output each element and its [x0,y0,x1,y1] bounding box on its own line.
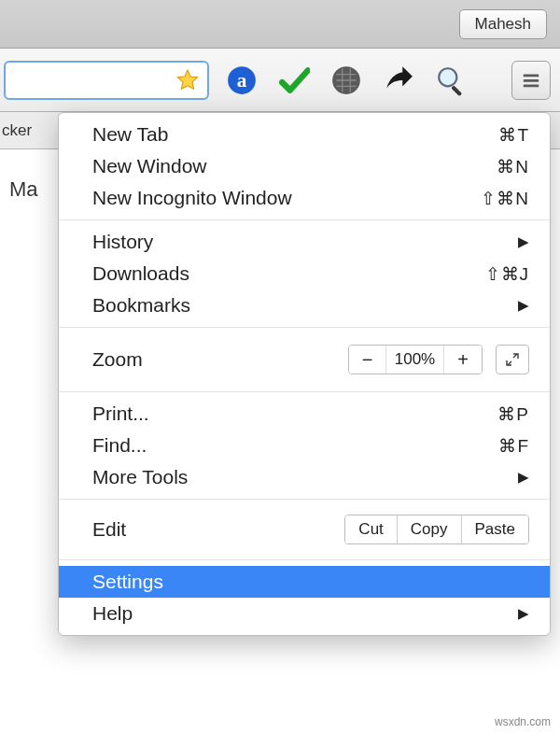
menu-label: Bookmarks [92,294,190,317]
cut-button[interactable]: Cut [345,515,397,543]
menu-shortcut: ⇧⌘J [485,263,530,285]
main-menu-button[interactable] [511,61,551,100]
menu-label: Edit [92,518,126,541]
svg-point-3 [439,68,456,86]
menu-item-print[interactable]: Print... ⌘P [59,398,550,430]
submenu-arrow-icon: ▶ [518,297,529,314]
svg-text:a: a [237,69,247,92]
svg-rect-4 [451,85,462,96]
svg-rect-7 [524,84,539,87]
submenu-arrow-icon: ▶ [518,233,529,250]
browser-toolbar: a [0,49,560,112]
menu-item-new-incognito[interactable]: New Incognito Window ⇧⌘N [59,182,550,214]
user-profile-button[interactable]: Mahesh [459,9,547,39]
main-menu-dropdown: New Tab ⌘T New Window ⌘N New Incognito W… [58,112,551,636]
submenu-arrow-icon: ▶ [518,605,529,622]
menu-label: Help [92,602,133,625]
svg-rect-5 [524,74,539,77]
menu-label: New Tab [92,123,168,146]
zoom-level-value: 100% [386,346,444,374]
submenu-arrow-icon: ▶ [518,469,529,486]
menu-shortcut: ⌘T [498,124,529,146]
copy-button[interactable]: Copy [398,515,462,543]
watermark-text: wsxdn.com [495,715,551,728]
menu-item-edit: Edit Cut Copy Paste [59,505,550,554]
menu-label: Downloads [92,262,189,285]
menu-shortcut: ⌘N [497,156,529,177]
share-arrow-icon[interactable] [383,64,414,96]
window-titlebar: Mahesh [0,0,560,49]
menu-item-more-tools[interactable]: More Tools ▶ [59,461,550,493]
menu-item-help[interactable]: Help ▶ [59,598,550,629]
menu-item-settings[interactable]: Settings [59,566,550,598]
address-bar[interactable] [4,61,209,100]
edit-button-group: Cut Copy Paste [344,515,529,544]
menu-shortcut: ⇧⌘N [481,188,529,209]
menu-label: New Window [92,155,207,177]
menu-item-bookmarks[interactable]: Bookmarks ▶ [59,289,550,321]
menu-item-new-tab[interactable]: New Tab ⌘T [59,119,550,150]
paste-button[interactable]: Paste [462,515,528,543]
checkmark-extension-icon[interactable] [278,64,310,96]
menu-label: Print... [92,402,149,425]
content-text-partial: Ma [9,177,38,201]
menu-label: History [92,231,153,253]
bookmark-star-icon[interactable] [175,68,200,92]
menu-shortcut: ⌘F [498,435,529,457]
zoom-control-group: − 100% + [348,345,483,374]
menu-label: Settings [92,571,163,593]
menu-item-downloads[interactable]: Downloads ⇧⌘J [59,258,550,289]
alexa-extension-icon[interactable]: a [226,64,258,96]
tab-label-partial[interactable]: cker [0,121,32,140]
menu-item-new-window[interactable]: New Window ⌘N [59,150,550,182]
menu-label: Zoom [92,348,143,371]
menu-label: New Incognito Window [92,187,292,209]
zoom-in-button[interactable]: + [444,346,482,374]
fullscreen-button[interactable] [496,345,529,374]
web-extension-icon[interactable] [330,64,362,96]
menu-label: Find... [92,434,147,457]
menu-label: More Tools [92,466,188,488]
menu-item-zoom: Zoom − 100% + [59,333,550,386]
menu-item-find[interactable]: Find... ⌘F [59,430,550,461]
menu-item-history[interactable]: History ▶ [59,226,550,258]
zoom-out-button[interactable]: − [349,346,386,374]
search-magnifier-icon[interactable] [435,64,467,96]
menu-shortcut: ⌘P [497,403,529,425]
svg-rect-6 [524,79,539,82]
